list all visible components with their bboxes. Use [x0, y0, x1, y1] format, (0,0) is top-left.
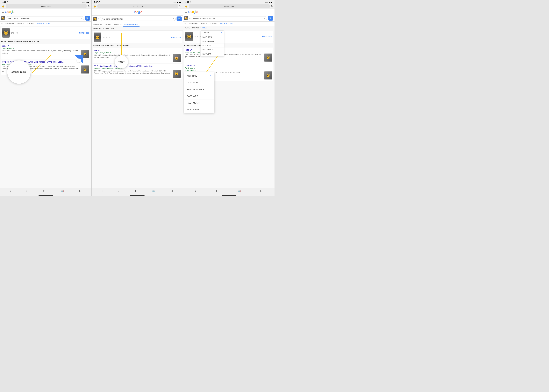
battery-icon-1: ▬	[87, 1, 89, 3]
result-title-1-1[interactable]: Site 17	[2, 45, 89, 47]
result-thumb-3-2: 🐱	[264, 71, 272, 79]
forward-btn-1[interactable]: ›	[26, 189, 27, 193]
wifi-icon-3: ▲	[268, 1, 270, 3]
status-icons-2: ●●● ▲ ▬	[173, 1, 181, 3]
result-title-3-1[interactable]: Site 17	[185, 49, 272, 51]
large-dropdown-item-past24[interactable]: PAST 24 HOURS	[184, 86, 214, 93]
dropdown-item-anytime-small[interactable]: ANY TIME ✓	[201, 31, 224, 35]
back-btn-3[interactable]: ›	[195, 189, 196, 193]
more-sizes-2[interactable]: MORE SIZES	[171, 36, 181, 38]
result-text-2-2: 236 × 314 - Approximately people marched…	[94, 70, 171, 78]
share-btn-3[interactable]: ⬆	[215, 189, 218, 193]
share-btn-1[interactable]: ⬆	[43, 189, 45, 193]
battery-icon-2: ▬	[179, 1, 181, 3]
url-bar-2: 🔒 google.com ↻	[91, 4, 183, 9]
dropdown-item-pasthour-small[interactable]: PAST HOUR	[201, 35, 224, 39]
result-source-1-2: Pinterest › kerry323 › all-things-black-…	[2, 63, 89, 65]
bookmarks-btn-3[interactable]: 📖	[237, 189, 241, 193]
url-box-1[interactable]: google.com	[6, 4, 87, 8]
reload-btn-1[interactable]: ↻	[88, 5, 90, 7]
close-icon-1[interactable]: ✕	[81, 17, 83, 19]
nav-tab-shopping-3[interactable]: SHOPPING	[187, 22, 199, 26]
url-box-3[interactable]: google.com	[189, 4, 270, 8]
reload-btn-2[interactable]: ↻	[179, 5, 181, 7]
overlay-circle-2: TIME ▾	[115, 55, 128, 68]
nav-tab-s-1[interactable]: S	[0, 22, 4, 26]
large-dropdown-item-anytime[interactable]: ANY TIME ✓	[184, 72, 214, 79]
time-btn-3[interactable]: TIME ▾	[202, 27, 207, 29]
nav-tab-flights-2[interactable]: FLIGHTS	[113, 22, 123, 26]
nav-tab-flights-3[interactable]: FLIGHTS	[208, 22, 219, 26]
hamburger-icon-3[interactable]: ☰	[185, 11, 187, 13]
back-btn-1[interactable]: ‹	[10, 189, 11, 193]
search-input-box-3[interactable]: year down yonder bootsie ✕	[192, 16, 267, 20]
search-button-2[interactable]: 🔍	[177, 16, 182, 21]
result-image-2: 🐱	[94, 33, 101, 42]
search-button-1[interactable]: 🔍	[85, 16, 90, 21]
nav-tab-books-2[interactable]: BOOKS	[104, 22, 113, 26]
dropdown-item-pastmonth-small[interactable]: PAST MONTH	[201, 48, 224, 52]
tabs-btn-2[interactable]: ⊡	[171, 189, 173, 193]
result-item-3-1: Site 17 Smyth County Scho... 156 × 208 -…	[184, 48, 273, 63]
dropdown-item-past24-small[interactable]: PAST 24 HOURS	[201, 39, 224, 43]
search-text-3: year down yonder bootsie	[193, 17, 263, 19]
share-btn-2[interactable]: ⬆	[134, 189, 136, 193]
more-sizes-3[interactable]: MORE SIZES	[262, 36, 272, 38]
tabs-btn-1[interactable]: ⊡	[79, 189, 81, 193]
reload-btn-3[interactable]: ↻	[271, 5, 273, 7]
result-source-3-1: Smyth County Scho...	[185, 51, 272, 53]
forward-btn-2[interactable]: ›	[118, 189, 119, 193]
nav-tab-books-1[interactable]: BOOKS	[16, 22, 25, 26]
image-result-3: 🐱 375 × 500 MORE SIZES	[184, 31, 273, 42]
result-item-2-1: Site 17 Smyth County School B... 156 × 2…	[93, 48, 182, 63]
result-image-1: 🐱	[2, 28, 10, 38]
search-input-box-2[interactable]: year down yonder bootsie ✕	[100, 17, 176, 21]
main-content-2: 🐱 375 × 500 MORE SIZES RESULTS FOR YEAR …	[91, 30, 183, 188]
bookmarks-btn-1[interactable]: 📖	[61, 189, 64, 193]
result-title-3-2[interactable]: 38 Best All...	[185, 64, 272, 67]
url-box-2[interactable]: google.com	[97, 4, 178, 8]
dropdown-label-pastweek-small: PAST WEEK	[202, 45, 212, 46]
search-by-image-btn-2[interactable]: SEARCH BY IMAGE ▾	[93, 28, 109, 29]
bookmarks-btn-2[interactable]: 📖	[152, 189, 155, 193]
close-icon-3[interactable]: ✕	[264, 17, 266, 19]
more-sizes-1[interactable]: MORE SIZES	[79, 32, 89, 34]
dropdown-item-pastweek-small[interactable]: PAST WEEK	[201, 43, 224, 48]
tabs-btn-3[interactable]: ⊡	[260, 189, 262, 193]
nav-tab-books-3[interactable]: BOOKS	[199, 22, 208, 26]
time-btn-2[interactable]: TIME ▾	[110, 28, 115, 29]
result-title-2-2[interactable]: 38 Best All things Black and White Cats …	[94, 65, 181, 67]
result-thumb-2-1: 🐱	[173, 54, 181, 62]
search-button-3[interactable]: 🔍	[268, 16, 273, 21]
result-title-2-1[interactable]: Site 17	[94, 49, 181, 52]
back-btn-2[interactable]: ‹	[102, 189, 103, 193]
result-item-2-2: 38 Best All things Black and White Cats …	[93, 64, 182, 79]
large-dropdown-item-pastyear[interactable]: PAST YEAR	[184, 106, 214, 113]
large-dropdown-item-pastmonth[interactable]: PAST MONTH	[184, 99, 214, 106]
close-icon-thumb-2[interactable]: ✕	[98, 18, 99, 20]
search-text-2: year down yonder bootsie	[102, 18, 171, 20]
dropdown-item-pastyear-small[interactable]: PAST YEAR	[201, 52, 224, 56]
nav-tab-search-tools-3[interactable]: SEARCH TOOLS	[219, 21, 235, 26]
large-dropdown-item-pastweek[interactable]: PAST WEEK	[184, 93, 214, 99]
search-by-image-btn-3[interactable]: SEARCH BY IMAGE ▾	[185, 27, 201, 29]
nav-tabs-1: S SHOPPING BOOKS FLIGHTS SEARCH TOOLS	[0, 21, 91, 26]
nav-tab-flights-1[interactable]: FLIGHTS	[25, 22, 35, 26]
nav-tab-search-tools-1[interactable]: SEARCH TOOLS	[35, 21, 52, 26]
time-2: 4:27 ↗	[94, 1, 100, 3]
nav-tab-shopping-2[interactable]: SHOPPING	[91, 22, 104, 26]
result-title-1-2[interactable]: 38 Best All things Black and White Cats …	[2, 61, 89, 63]
search-thumbnail-2	[93, 17, 97, 21]
large-dropdown-item-pasthour[interactable]: PAST HOUR	[184, 79, 214, 86]
hamburger-icon-1[interactable]: ☰	[2, 11, 4, 13]
results-header-2: RESULTS FOR YEAR DOW... ...DER BOOTSIE	[91, 44, 183, 48]
close-icon-thumb-3[interactable]: ✕	[189, 17, 191, 19]
result-text-3-1: 156 × 208 - Bootsie's kitten. Cute, huh?…	[185, 54, 263, 62]
close-icon-2[interactable]: ✕	[172, 18, 174, 20]
result-text-1-1: 156 × 208 - Bootsie's kitten. Cute, huh?…	[2, 50, 80, 58]
nav-tab-s-3[interactable]: S	[183, 22, 187, 26]
nav-tab-search-tools-2[interactable]: SEARCH TOOLS	[123, 22, 139, 27]
url-text-2: google.com	[133, 5, 143, 7]
search-input-box-1[interactable]: year down yonder bootsie ✕	[6, 16, 84, 20]
nav-tab-shopping-1[interactable]: SHOPPING	[4, 22, 16, 26]
